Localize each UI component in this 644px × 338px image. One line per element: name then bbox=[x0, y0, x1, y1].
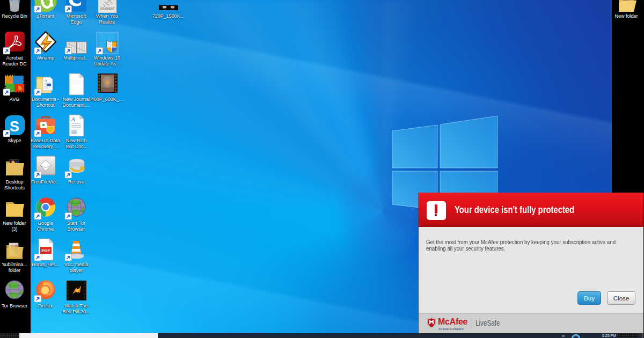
svg-text:A: A bbox=[44, 78, 47, 83]
svg-text:S: S bbox=[10, 119, 19, 135]
svg-text:GRADIENT: GRADIENT bbox=[100, 8, 114, 10]
svg-text:PDF: PDF bbox=[41, 248, 50, 253]
svg-text:A: A bbox=[71, 116, 75, 122]
